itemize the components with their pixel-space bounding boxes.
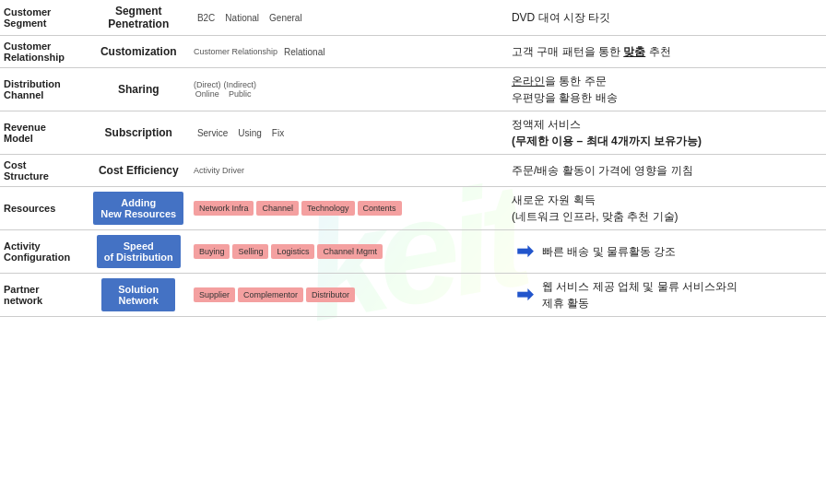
desc-customer-segment: DVD 대여 시장 타깃 <box>508 0 826 36</box>
subitem-resources-0: Network Infra <box>194 201 254 216</box>
row-cost-structure: CostStructureCost EfficiencyActivity Dri… <box>0 155 826 187</box>
subitem-customer-segment-1: National <box>221 11 263 25</box>
subitems-cost-structure: Activity Driver <box>190 155 508 187</box>
subitem-customer-relationship-0: Customer Relationship <box>194 47 277 56</box>
subitem-revenue-model-2: Fix <box>268 126 288 140</box>
desc-text-resources: 새로운 자원 획득(네트워크 인프라, 맞춤 추천 기술) <box>512 192 678 225</box>
desc-wrap-partner-network: ➡웹 서비스 제공 업체 및 물류 서비스와의제휴 활동 <box>512 278 822 311</box>
subitems-resources: Network InfraChannelTechnologyContents <box>190 187 508 230</box>
concept-cost-structure: Cost Efficiency <box>88 155 190 187</box>
main-table: CustomerSegmentSegment PenetrationB2CNat… <box>0 0 826 317</box>
subitems-container-distribution-channel: (Direct)Online(Indirect)Public <box>194 80 504 99</box>
desc-revenue-model: 정액제 서비스(무제한 이용 – 최대 4개까지 보유가능) <box>508 111 826 155</box>
desc-text-revenue-model: 정액제 서비스(무제한 이용 – 최대 4개까지 보유가능) <box>512 116 702 149</box>
row-distribution-channel: DistributionChannelSharing(Direct)Online… <box>0 68 826 111</box>
subitem-revenue-model-0: Service <box>194 126 231 140</box>
subitems-distribution-channel: (Direct)Online(Indirect)Public <box>190 68 508 111</box>
label-resources: Resources <box>0 187 88 230</box>
desc-resources: 새로운 자원 획득(네트워크 인프라, 맞춤 추천 기술) <box>508 187 826 230</box>
label-partner-network: Partnernetwork <box>0 274 88 317</box>
subitems-partner-network: SupplierComplementorDistributor <box>190 274 508 317</box>
subitems-customer-relationship: Customer RelationshipRelational <box>190 36 508 68</box>
subitem-resources-3: Contents <box>358 201 402 216</box>
concept-activity-configuration: Speedof Distribution <box>88 230 190 274</box>
concept-plain-revenue-model: Subscription <box>91 126 186 139</box>
desc-text-distribution-channel: 온라인을 통한 주문우편망을 활용한 배송 <box>512 73 618 106</box>
concept-resources: AddingNew Resources <box>88 187 190 230</box>
subitems-activity-configuration: BuyingSellingLogisticsChannel Mgmt <box>190 230 508 274</box>
subitems-container-revenue-model: ServiceUsingFix <box>194 126 504 140</box>
label-cost-structure: CostStructure <box>0 155 88 187</box>
row-activity-configuration: ActivityConfigurationSpeedof Distributio… <box>0 230 826 274</box>
subitems-container-customer-segment: B2CNationalGeneral <box>194 11 504 25</box>
subitem-partner-network-0: Supplier <box>194 287 235 302</box>
desc-wrap-revenue-model: 정액제 서비스(무제한 이용 – 최대 4개까지 보유가능) <box>512 116 822 149</box>
label-customer-relationship: CustomerRelationship <box>0 36 88 68</box>
arrow-activity-configuration: ➡ <box>512 240 537 264</box>
subitem-revenue-model-1: Using <box>234 126 266 140</box>
concept-customer-relationship: Customization <box>88 36 190 68</box>
desc-wrap-resources: 새로운 자원 획득(네트워크 인프라, 맞춤 추천 기술) <box>512 192 822 225</box>
subitem-customer-relationship-1: Relational <box>280 45 328 59</box>
concept-plain-customer-segment: Segment Penetration <box>91 5 186 30</box>
label-revenue-model: RevenueModel <box>0 111 88 155</box>
subitem-cost-structure-0: Activity Driver <box>194 166 244 175</box>
subitem-customer-segment-0: B2C <box>194 11 218 25</box>
subitems-container-customer-relationship: Customer RelationshipRelational <box>194 45 504 59</box>
concept-revenue-model: Subscription <box>88 111 190 155</box>
subitem-distribution-channel-1: (Indirect)Public <box>223 80 256 99</box>
arrow-partner-network: ➡ <box>512 283 537 307</box>
desc-customer-relationship: 고객 구매 패턴을 통한 맞춤 추천 <box>508 36 826 68</box>
subitems-customer-segment: B2CNationalGeneral <box>190 0 508 36</box>
concept-customer-segment: Segment Penetration <box>88 0 190 36</box>
row-resources: ResourcesAddingNew ResourcesNetwork Infr… <box>0 187 826 230</box>
subitem-partner-network-2: Distributor <box>306 287 355 302</box>
desc-distribution-channel: 온라인을 통한 주문우편망을 활용한 배송 <box>508 68 826 111</box>
concept-blue-activity-configuration: Speedof Distribution <box>97 235 181 268</box>
desc-text-cost-structure: 주문/배송 활동이 가격에 영향을 끼침 <box>512 162 693 179</box>
subitem-distribution-channel-0: (Direct)Online <box>194 80 221 99</box>
desc-text-customer-relationship: 고객 구매 패턴을 통한 맞춤 추천 <box>512 43 671 60</box>
desc-partner-network: ➡웹 서비스 제공 업체 및 물류 서비스와의제휴 활동 <box>508 274 826 317</box>
row-customer-segment: CustomerSegmentSegment PenetrationB2CNat… <box>0 0 826 36</box>
subitems-container-cost-structure: Activity Driver <box>194 166 504 175</box>
subitem-partner-network-1: Complementor <box>238 287 303 302</box>
subitem-activity-configuration-0: Buying <box>194 244 230 259</box>
desc-text-customer-segment: DVD 대여 시장 타깃 <box>512 9 610 26</box>
label-activity-configuration: ActivityConfiguration <box>0 230 88 274</box>
desc-wrap-customer-relationship: 고객 구매 패턴을 통한 맞춤 추천 <box>512 43 822 60</box>
row-revenue-model: RevenueModelSubscriptionServiceUsingFix정… <box>0 111 826 155</box>
row-customer-relationship: CustomerRelationshipCustomizationCustome… <box>0 36 826 68</box>
desc-text-activity-configuration: 빠른 배송 및 물류활동 강조 <box>542 243 676 260</box>
concept-distribution-channel: Sharing <box>88 68 190 111</box>
concept-plain-distribution-channel: Sharing <box>91 83 186 96</box>
concept-plain-cost-structure: Cost Efficiency <box>91 164 186 177</box>
subitem-activity-configuration-2: Logistics <box>271 244 314 259</box>
subitem-activity-configuration-3: Channel Mgmt <box>317 244 383 259</box>
desc-wrap-cost-structure: 주문/배송 활동이 가격에 영향을 끼침 <box>512 162 822 179</box>
concept-blue-partner-network: SolutionNetwork <box>101 278 175 311</box>
subitems-container-activity-configuration: BuyingSellingLogisticsChannel Mgmt <box>194 244 504 259</box>
subitems-revenue-model: ServiceUsingFix <box>190 111 508 155</box>
subitem-customer-segment-2: General <box>266 11 306 25</box>
concept-blue-resources: AddingNew Resources <box>93 192 183 225</box>
concept-plain-customer-relationship: Customization <box>91 45 186 58</box>
desc-wrap-distribution-channel: 온라인을 통한 주문우편망을 활용한 배송 <box>512 73 822 106</box>
desc-cost-structure: 주문/배송 활동이 가격에 영향을 끼침 <box>508 155 826 187</box>
subitems-container-resources: Network InfraChannelTechnologyContents <box>194 201 504 216</box>
label-distribution-channel: DistributionChannel <box>0 68 88 111</box>
subitem-resources-1: Channel <box>256 201 299 216</box>
subitems-container-partner-network: SupplierComplementorDistributor <box>194 287 504 302</box>
desc-text-partner-network: 웹 서비스 제공 업체 및 물류 서비스와의제휴 활동 <box>542 278 738 311</box>
row-partner-network: PartnernetworkSolutionNetworkSupplierCom… <box>0 274 826 317</box>
concept-partner-network: SolutionNetwork <box>88 274 190 317</box>
subitem-resources-2: Technology <box>301 201 355 216</box>
subitem-activity-configuration-1: Selling <box>232 244 268 259</box>
label-customer-segment: CustomerSegment <box>0 0 88 36</box>
desc-activity-configuration: ➡빠른 배송 및 물류활동 강조 <box>508 230 826 274</box>
desc-wrap-customer-segment: DVD 대여 시장 타깃 <box>512 9 822 26</box>
desc-wrap-activity-configuration: ➡빠른 배송 및 물류활동 강조 <box>512 240 822 264</box>
